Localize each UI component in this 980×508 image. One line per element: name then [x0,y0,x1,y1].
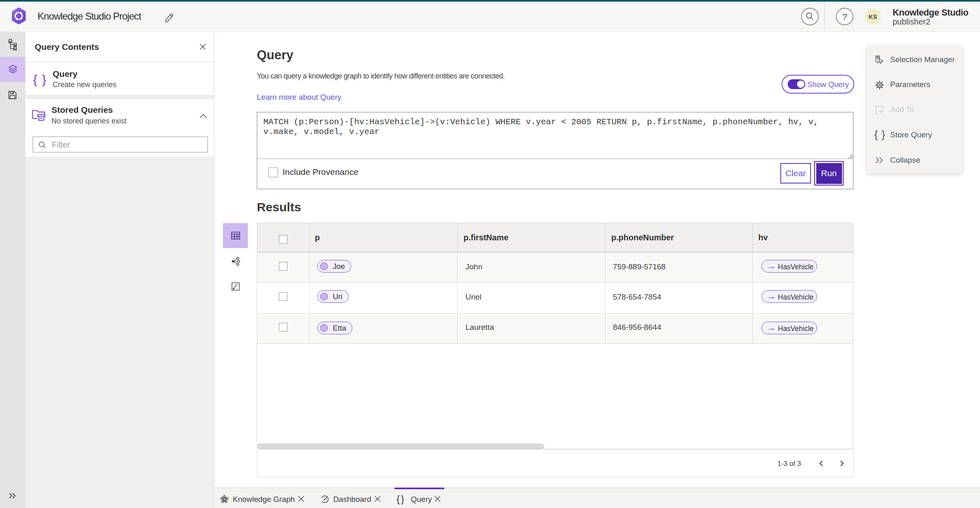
svg-text:?: ? [842,12,847,21]
